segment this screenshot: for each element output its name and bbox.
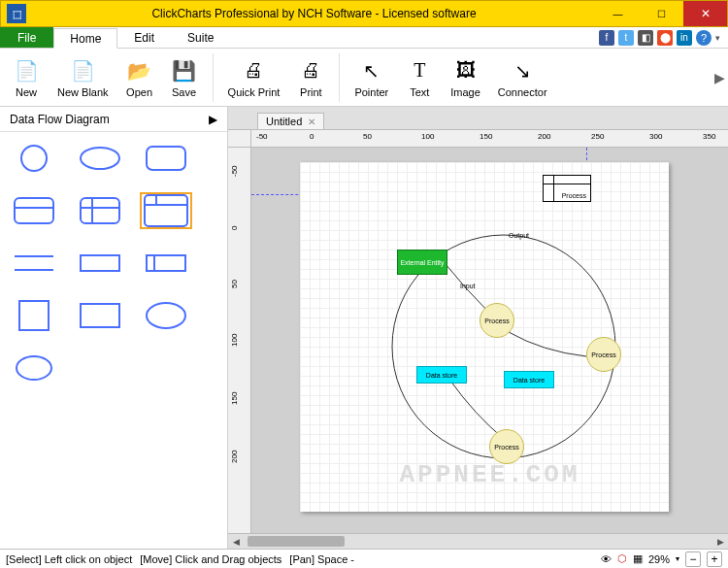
- shape-ellipse[interactable]: [76, 142, 124, 175]
- scroll-right-icon[interactable]: ▶: [712, 534, 728, 550]
- svg-point-1: [81, 148, 119, 169]
- document-tab[interactable]: Untitled ✕: [257, 113, 324, 129]
- save-button[interactable]: 💾Save: [162, 50, 207, 105]
- shape-grid: [0, 132, 227, 394]
- file-menu[interactable]: File: [0, 27, 53, 48]
- new-label: New: [16, 86, 37, 98]
- shape-rect[interactable]: [76, 299, 124, 332]
- pointer-icon: ↖: [358, 57, 385, 84]
- tab-suite[interactable]: Suite: [171, 27, 230, 48]
- tab-edit[interactable]: Edit: [117, 27, 171, 48]
- connector-button[interactable]: ↘Connector: [489, 50, 556, 105]
- magnet-icon[interactable]: ⬡: [617, 552, 627, 565]
- ruler-tick: 100: [230, 334, 239, 347]
- canvas[interactable]: Output Input External Entity Process Pro…: [251, 148, 728, 533]
- twitter-icon[interactable]: t: [618, 30, 634, 46]
- open-button[interactable]: 📂Open: [117, 50, 162, 105]
- node-data-store[interactable]: Data store: [416, 366, 467, 384]
- new-blank-button[interactable]: 📄New Blank: [49, 50, 117, 105]
- canvas-page[interactable]: Output Input External Entity Process Pro…: [300, 162, 669, 512]
- pointer-button[interactable]: ↖Pointer: [346, 50, 397, 105]
- ruler-corner: [228, 130, 251, 148]
- shape-split-rect-hv[interactable]: [76, 194, 124, 227]
- open-label: Open: [126, 86, 152, 98]
- help-icon[interactable]: ?: [696, 30, 711, 46]
- svg-point-19: [17, 356, 51, 380]
- status-bar: [Select] Left click on object [Move] Cli…: [0, 549, 728, 568]
- zoom-label: 29%: [648, 553, 670, 565]
- node-process[interactable]: Process: [489, 429, 524, 464]
- shape-rounded-rect[interactable]: [142, 142, 190, 175]
- watermark: APPNEE.COM: [399, 460, 579, 489]
- print-icon: 🖨: [297, 57, 324, 84]
- social-icons: f t ◧ ⬤ in ? ▾: [599, 27, 728, 48]
- document-tabs: Untitled ✕: [228, 107, 728, 130]
- save-label: Save: [172, 86, 196, 98]
- node-external-entity[interactable]: External Entity: [397, 250, 447, 275]
- close-tab-icon[interactable]: ✕: [308, 117, 315, 127]
- ruler-tick: 100: [421, 132, 434, 141]
- quick-print-icon: 🖨: [240, 57, 267, 84]
- scroll-thumb[interactable]: [248, 536, 345, 547]
- node-process[interactable]: Process: [586, 337, 621, 372]
- share-icon[interactable]: ◧: [638, 30, 653, 46]
- ruler-vertical: -50 0 50 100 150 200: [228, 148, 251, 533]
- connector-label: Connector: [498, 86, 547, 98]
- shape-ellipse3[interactable]: [10, 351, 58, 384]
- shape-open-rect[interactable]: [10, 247, 58, 280]
- scrollbar-horizontal[interactable]: ◀ ▶: [228, 533, 728, 549]
- svg-rect-3: [15, 198, 53, 223]
- text-button[interactable]: TText: [397, 50, 442, 105]
- ruler-tick: -50: [256, 132, 268, 141]
- workspace: Data Flow Diagram ▶ Untitled ✕: [0, 107, 728, 549]
- image-label: Image: [450, 86, 480, 98]
- shape-circle[interactable]: [10, 142, 58, 175]
- print-button[interactable]: 🖨Print: [288, 50, 333, 105]
- divider: [213, 53, 214, 102]
- facebook-icon[interactable]: f: [599, 30, 614, 46]
- text-icon: T: [406, 57, 433, 84]
- image-icon: 🖼: [452, 57, 480, 84]
- shape-window[interactable]: [142, 194, 190, 227]
- menu-bar: File Home Edit Suite f t ◧ ⬤ in ? ▾: [0, 27, 728, 49]
- ribbon: 📄New 📄New Blank 📂Open 💾Save 🖨Quick Print…: [0, 49, 728, 107]
- minimize-button[interactable]: [596, 1, 640, 26]
- new-blank-label: New Blank: [57, 86, 109, 98]
- shape-rect-side[interactable]: [142, 247, 190, 280]
- shape-split-rect-h[interactable]: [10, 194, 58, 227]
- connector-icon: ↘: [509, 57, 536, 84]
- rulers-canvas: -50 0 50 100 150 200 250 300 350 -50 0 5…: [228, 130, 728, 533]
- chevron-right-icon: ▶: [209, 113, 217, 126]
- shape-ellipse2[interactable]: [142, 299, 190, 332]
- app-icon: ⬚: [7, 4, 26, 23]
- node-process[interactable]: Process: [480, 303, 514, 338]
- ribbon-scroll-right-icon[interactable]: ▶: [709, 70, 724, 85]
- ruler-tick: 50: [363, 132, 372, 141]
- tab-home[interactable]: Home: [53, 28, 117, 49]
- linkedin-icon[interactable]: in: [677, 30, 692, 46]
- new-blank-icon: 📄: [69, 57, 96, 84]
- status-move: [Move] Click and Drag objects: [140, 553, 281, 565]
- grid-icon[interactable]: ▦: [633, 552, 643, 565]
- eye-icon[interactable]: 👁: [601, 553, 612, 565]
- new-button[interactable]: 📄New: [4, 50, 49, 105]
- node-process-box[interactable]: Process: [543, 175, 591, 202]
- zoom-dropdown-icon[interactable]: ▾: [676, 554, 679, 563]
- image-button[interactable]: 🖼Image: [442, 50, 489, 105]
- document-tab-label: Untitled: [266, 116, 302, 127]
- open-icon: 📂: [126, 57, 153, 84]
- svg-rect-13: [81, 255, 119, 271]
- zoom-in-button[interactable]: +: [707, 551, 722, 567]
- help-dropdown-icon[interactable]: ▾: [715, 33, 720, 43]
- quick-print-button[interactable]: 🖨Quick Print: [219, 50, 289, 105]
- ruler-tick: 150: [480, 132, 492, 141]
- maximize-button[interactable]: [640, 1, 683, 26]
- node-data-store[interactable]: Data store: [504, 371, 554, 388]
- shape-rect-thin[interactable]: [76, 247, 124, 280]
- zoom-out-button[interactable]: −: [685, 551, 701, 567]
- close-button[interactable]: [683, 1, 727, 26]
- scroll-left-icon[interactable]: ◀: [228, 534, 244, 550]
- shape-panel-header[interactable]: Data Flow Diagram ▶: [0, 107, 227, 132]
- stumble-icon[interactable]: ⬤: [657, 30, 673, 46]
- shape-square[interactable]: [10, 299, 58, 332]
